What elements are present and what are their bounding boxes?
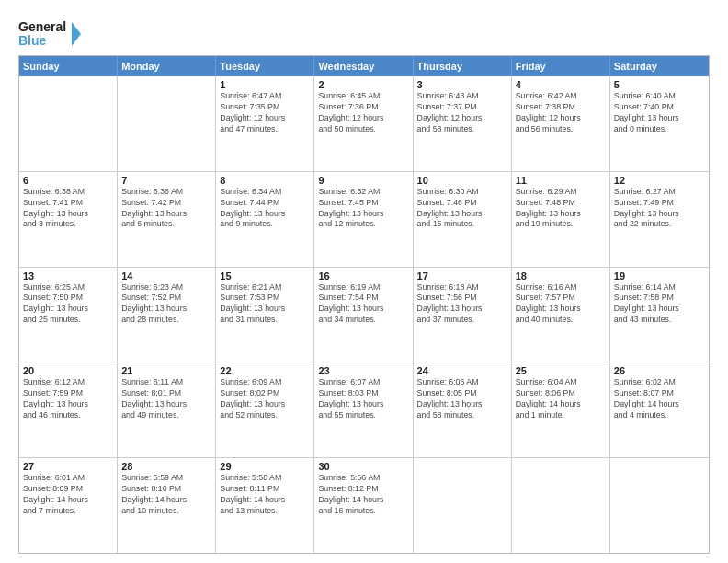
cal-cell-1-3: 9Sunrise: 6:32 AM Sunset: 7:45 PM Daylig… <box>314 172 413 267</box>
cell-info-5: Sunrise: 6:40 AM Sunset: 7:40 PM Dayligh… <box>614 91 705 135</box>
cal-cell-0-1 <box>118 76 216 171</box>
cell-info-9: Sunrise: 6:32 AM Sunset: 7:45 PM Dayligh… <box>318 187 408 231</box>
header-day-3: Wednesday <box>314 56 413 76</box>
week-row-3: 20Sunrise: 6:12 AM Sunset: 7:59 PM Dayli… <box>19 362 709 458</box>
cal-cell-0-4: 3Sunrise: 6:43 AM Sunset: 7:37 PM Daylig… <box>414 76 512 171</box>
cal-cell-2-4: 17Sunrise: 6:18 AM Sunset: 7:56 PM Dayli… <box>414 268 512 362</box>
cal-cell-3-5: 25Sunrise: 6:04 AM Sunset: 8:06 PM Dayli… <box>512 362 610 457</box>
day-number-6: 6 <box>23 175 113 186</box>
day-number-18: 18 <box>516 270 606 282</box>
cell-info-22: Sunrise: 6:09 AM Sunset: 8:02 PM Dayligh… <box>220 377 310 421</box>
cell-info-10: Sunrise: 6:30 AM Sunset: 7:46 PM Dayligh… <box>417 187 507 231</box>
cal-cell-2-1: 14Sunrise: 6:23 AM Sunset: 7:52 PM Dayli… <box>118 268 216 362</box>
day-number-8: 8 <box>220 175 310 186</box>
logo-svg: General Blue <box>18 17 83 52</box>
cell-info-3: Sunrise: 6:43 AM Sunset: 7:37 PM Dayligh… <box>417 91 507 135</box>
week-row-2: 13Sunrise: 6:25 AM Sunset: 7:50 PM Dayli… <box>19 268 709 363</box>
header-day-5: Friday <box>512 56 610 76</box>
logo: General Blue <box>18 17 83 52</box>
day-number-13: 13 <box>23 270 113 282</box>
day-number-10: 10 <box>417 175 507 186</box>
week-row-1: 6Sunrise: 6:38 AM Sunset: 7:41 PM Daylig… <box>19 172 709 268</box>
svg-text:Blue: Blue <box>18 33 47 48</box>
cal-cell-2-2: 15Sunrise: 6:21 AM Sunset: 7:53 PM Dayli… <box>216 268 314 362</box>
day-number-21: 21 <box>121 365 211 376</box>
cal-cell-1-4: 10Sunrise: 6:30 AM Sunset: 7:46 PM Dayli… <box>414 172 512 267</box>
cal-cell-1-5: 11Sunrise: 6:29 AM Sunset: 7:48 PM Dayli… <box>512 172 610 267</box>
day-number-5: 5 <box>614 79 705 90</box>
cell-info-11: Sunrise: 6:29 AM Sunset: 7:48 PM Dayligh… <box>516 187 606 231</box>
day-number-25: 25 <box>516 365 606 376</box>
cal-cell-4-2: 29Sunrise: 5:58 AM Sunset: 8:11 PM Dayli… <box>216 458 314 553</box>
day-number-14: 14 <box>121 270 211 282</box>
day-number-16: 16 <box>318 270 408 282</box>
day-number-1: 1 <box>220 79 310 90</box>
cell-info-2: Sunrise: 6:45 AM Sunset: 7:36 PM Dayligh… <box>318 91 408 135</box>
cal-cell-0-0 <box>19 76 118 171</box>
cell-info-28: Sunrise: 5:59 AM Sunset: 8:10 PM Dayligh… <box>121 473 211 517</box>
cell-info-1: Sunrise: 6:47 AM Sunset: 7:35 PM Dayligh… <box>220 91 310 135</box>
cal-cell-4-0: 27Sunrise: 6:01 AM Sunset: 8:09 PM Dayli… <box>19 458 118 553</box>
day-number-22: 22 <box>220 365 310 376</box>
page: General Blue SundayMondayTuesdayWednesda… <box>0 0 728 563</box>
day-number-11: 11 <box>516 175 606 186</box>
cal-cell-3-2: 22Sunrise: 6:09 AM Sunset: 8:02 PM Dayli… <box>216 362 314 457</box>
cal-cell-4-1: 28Sunrise: 5:59 AM Sunset: 8:10 PM Dayli… <box>118 458 216 553</box>
cell-info-17: Sunrise: 6:18 AM Sunset: 7:56 PM Dayligh… <box>417 282 507 327</box>
day-number-9: 9 <box>318 175 408 186</box>
cal-cell-4-3: 30Sunrise: 5:56 AM Sunset: 8:12 PM Dayli… <box>314 458 413 553</box>
day-number-7: 7 <box>121 175 211 186</box>
cal-cell-1-1: 7Sunrise: 6:36 AM Sunset: 7:42 PM Daylig… <box>118 172 216 267</box>
day-number-3: 3 <box>417 79 507 90</box>
cal-cell-2-3: 16Sunrise: 6:19 AM Sunset: 7:54 PM Dayli… <box>314 268 413 362</box>
cell-info-20: Sunrise: 6:12 AM Sunset: 7:59 PM Dayligh… <box>23 377 113 421</box>
day-number-20: 20 <box>23 365 113 376</box>
header-day-2: Tuesday <box>216 56 314 76</box>
cell-info-8: Sunrise: 6:34 AM Sunset: 7:44 PM Dayligh… <box>220 187 310 231</box>
cell-info-14: Sunrise: 6:23 AM Sunset: 7:52 PM Dayligh… <box>121 282 211 327</box>
cell-info-4: Sunrise: 6:42 AM Sunset: 7:38 PM Dayligh… <box>516 91 606 135</box>
day-number-24: 24 <box>417 365 507 376</box>
cell-info-21: Sunrise: 6:11 AM Sunset: 8:01 PM Dayligh… <box>121 377 211 421</box>
cell-info-16: Sunrise: 6:19 AM Sunset: 7:54 PM Dayligh… <box>318 282 408 327</box>
header-day-0: Sunday <box>19 56 118 76</box>
cal-cell-3-4: 24Sunrise: 6:06 AM Sunset: 8:05 PM Dayli… <box>414 362 512 457</box>
day-number-30: 30 <box>318 461 408 472</box>
calendar: SundayMondayTuesdayWednesdayThursdayFrid… <box>18 55 710 554</box>
day-number-12: 12 <box>614 175 705 186</box>
cal-cell-2-5: 18Sunrise: 6:16 AM Sunset: 7:57 PM Dayli… <box>512 268 610 362</box>
cell-info-29: Sunrise: 5:58 AM Sunset: 8:11 PM Dayligh… <box>220 473 310 517</box>
day-number-28: 28 <box>121 461 211 472</box>
cell-info-18: Sunrise: 6:16 AM Sunset: 7:57 PM Dayligh… <box>516 282 606 327</box>
header-day-6: Saturday <box>610 56 709 76</box>
day-number-17: 17 <box>417 270 507 282</box>
cal-cell-4-4 <box>414 458 512 553</box>
cal-cell-3-3: 23Sunrise: 6:07 AM Sunset: 8:03 PM Dayli… <box>314 362 413 457</box>
svg-text:General: General <box>18 19 66 34</box>
svg-marker-2 <box>72 22 81 46</box>
week-row-4: 27Sunrise: 6:01 AM Sunset: 8:09 PM Dayli… <box>19 458 709 553</box>
cell-info-23: Sunrise: 6:07 AM Sunset: 8:03 PM Dayligh… <box>318 377 408 421</box>
cal-cell-3-1: 21Sunrise: 6:11 AM Sunset: 8:01 PM Dayli… <box>118 362 216 457</box>
week-row-0: 1Sunrise: 6:47 AM Sunset: 7:35 PM Daylig… <box>19 76 709 172</box>
cell-info-7: Sunrise: 6:36 AM Sunset: 7:42 PM Dayligh… <box>121 187 211 231</box>
day-number-27: 27 <box>23 461 113 472</box>
cal-cell-3-6: 26Sunrise: 6:02 AM Sunset: 8:07 PM Dayli… <box>610 362 709 457</box>
cell-info-30: Sunrise: 5:56 AM Sunset: 8:12 PM Dayligh… <box>318 473 408 517</box>
cal-cell-2-0: 13Sunrise: 6:25 AM Sunset: 7:50 PM Dayli… <box>19 268 118 362</box>
cell-info-19: Sunrise: 6:14 AM Sunset: 7:58 PM Dayligh… <box>614 282 705 327</box>
day-number-26: 26 <box>614 365 705 376</box>
day-number-23: 23 <box>318 365 408 376</box>
cal-cell-4-6 <box>610 458 709 553</box>
header: General Blue <box>18 17 710 52</box>
cell-info-15: Sunrise: 6:21 AM Sunset: 7:53 PM Dayligh… <box>220 282 310 327</box>
cell-info-25: Sunrise: 6:04 AM Sunset: 8:06 PM Dayligh… <box>516 377 606 421</box>
cal-cell-0-2: 1Sunrise: 6:47 AM Sunset: 7:35 PM Daylig… <box>216 76 314 171</box>
header-day-1: Monday <box>118 56 216 76</box>
cell-info-12: Sunrise: 6:27 AM Sunset: 7:49 PM Dayligh… <box>614 187 705 231</box>
day-number-2: 2 <box>318 79 408 90</box>
cell-info-27: Sunrise: 6:01 AM Sunset: 8:09 PM Dayligh… <box>23 473 113 517</box>
calendar-body: 1Sunrise: 6:47 AM Sunset: 7:35 PM Daylig… <box>19 76 709 553</box>
cal-cell-2-6: 19Sunrise: 6:14 AM Sunset: 7:58 PM Dayli… <box>610 268 709 362</box>
day-number-19: 19 <box>614 270 705 282</box>
